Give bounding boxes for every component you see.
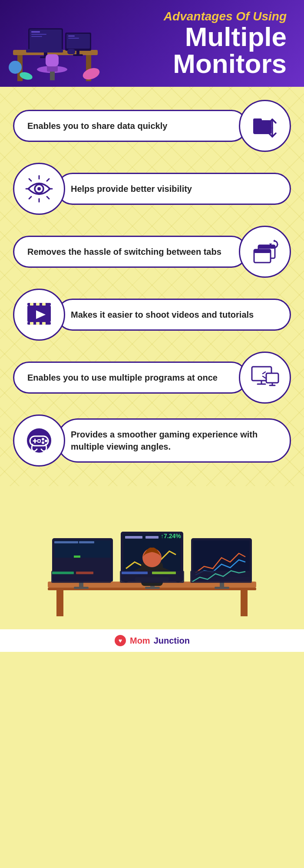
shoot-videos-text: Makes it easier to shoot videos and tuto… <box>56 299 291 331</box>
svg-rect-15 <box>73 54 83 56</box>
video-icon <box>13 289 65 341</box>
svg-line-36 <box>47 197 49 199</box>
svg-rect-106 <box>152 572 176 574</box>
svg-rect-89 <box>145 536 159 539</box>
svg-rect-83 <box>79 541 94 543</box>
main-content: Enables you to share data quickly Helps … <box>0 87 304 486</box>
svg-rect-14 <box>76 51 79 54</box>
svg-rect-13 <box>68 38 79 39</box>
desk-illustration <box>4 2 104 87</box>
visibility-text: Helps provide better visibility <box>56 173 291 205</box>
header-title: Advantages Of Using Multiple Monitors <box>164 10 304 77</box>
footer-brand: ♥ MomJunction <box>0 629 304 652</box>
svg-rect-73 <box>56 590 63 616</box>
svg-rect-6 <box>31 34 46 35</box>
header: Advantages Of Using Multiple Monitors <box>0 0 304 87</box>
svg-line-35 <box>29 179 31 181</box>
svg-rect-17 <box>67 49 75 54</box>
svg-rect-103 <box>76 572 93 574</box>
brand-junction: Junction <box>154 636 190 646</box>
footer-illustration: ↑7.24% <box>0 490 304 629</box>
svg-rect-42 <box>254 250 271 253</box>
brand-mom: Mom <box>130 636 150 646</box>
brand-logo-icon: ♥ <box>114 635 126 647</box>
share-data-text: Enables you to share data quickly <box>13 110 248 142</box>
svg-rect-48 <box>42 303 46 306</box>
advantage-switching-tabs: Removes the hassle of switching between … <box>13 226 291 278</box>
svg-rect-5 <box>31 31 40 33</box>
svg-rect-92 <box>145 587 160 589</box>
tabs-switch-icon <box>239 226 291 278</box>
svg-point-67 <box>45 440 47 442</box>
advantage-multiple-programs: Enables you to use multiple programs at … <box>13 352 291 404</box>
svg-rect-52 <box>30 322 33 325</box>
svg-rect-85 <box>74 587 89 589</box>
svg-rect-46 <box>30 303 33 306</box>
multiple-label: Multiple <box>164 23 287 50</box>
svg-rect-16 <box>26 49 63 53</box>
svg-rect-53 <box>36 322 40 325</box>
monitors-label: Monitors <box>164 50 287 77</box>
svg-rect-12 <box>68 36 75 36</box>
svg-rect-59 <box>266 373 278 383</box>
svg-rect-105 <box>122 572 148 574</box>
svg-text:♥: ♥ <box>119 637 122 644</box>
svg-text:↑7.24%: ↑7.24% <box>161 533 181 539</box>
advantage-share-data: Enables you to share data quickly <box>13 100 291 152</box>
switching-tabs-text: Removes the hassle of switching between … <box>13 236 248 268</box>
svg-rect-54 <box>42 322 46 325</box>
svg-point-66 <box>42 438 44 441</box>
gaming-text: Provides a smoother gaming experience wi… <box>56 418 291 463</box>
svg-rect-96 <box>215 587 229 589</box>
svg-rect-82 <box>54 541 78 543</box>
svg-rect-21 <box>46 54 59 66</box>
advantage-visibility: Helps provide better visibility <box>13 163 291 215</box>
eye-icon <box>13 163 65 215</box>
advantage-gaming: Provides a smoother gaming experience wi… <box>13 414 291 467</box>
svg-rect-20 <box>50 72 55 80</box>
gamepad-icon <box>13 414 65 467</box>
svg-line-38 <box>29 197 31 199</box>
svg-line-37 <box>47 179 49 181</box>
svg-point-68 <box>42 441 44 444</box>
svg-rect-74 <box>241 590 248 616</box>
multiple-programs-text: Enables you to use multiple programs at … <box>13 362 248 394</box>
svg-point-30 <box>37 187 41 191</box>
monitors-icon <box>239 352 291 404</box>
svg-point-22 <box>9 61 22 74</box>
svg-rect-26 <box>253 118 262 122</box>
advantage-shoot-videos: Makes it easier to shoot videos and tuto… <box>13 289 291 341</box>
svg-rect-47 <box>36 303 40 306</box>
svg-rect-88 <box>125 536 142 539</box>
folder-transfer-icon <box>239 100 291 152</box>
svg-rect-102 <box>52 572 74 574</box>
svg-rect-7 <box>31 36 42 37</box>
